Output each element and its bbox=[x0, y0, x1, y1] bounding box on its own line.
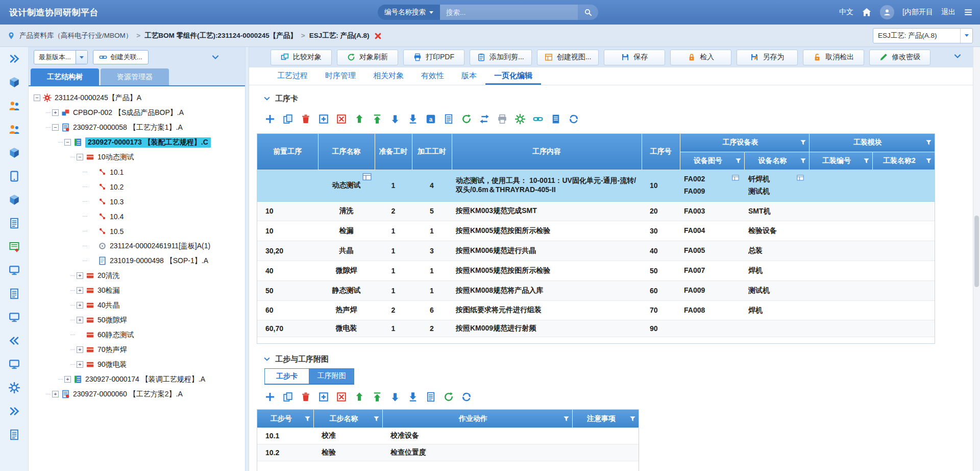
scrollbar-thumb[interactable] bbox=[974, 216, 979, 287]
move-down-icon[interactable] bbox=[390, 392, 400, 402]
tree-node[interactable]: +90微电装 bbox=[31, 357, 243, 372]
logout-button[interactable]: 退出 bbox=[941, 8, 955, 17]
tree-expander[interactable]: + bbox=[77, 317, 83, 323]
column-header[interactable]: 设备图号 bbox=[680, 152, 744, 170]
column-group-header[interactable]: 工序设备表 bbox=[680, 134, 809, 152]
process-table-row[interactable]: 50静态测试11按照KM008规范将产品入库60FA009测试机 bbox=[257, 280, 935, 300]
cancel-icon[interactable] bbox=[336, 114, 347, 124]
filter-icon[interactable] bbox=[373, 415, 380, 422]
chevron-down-icon[interactable] bbox=[953, 52, 962, 60]
filter-icon[interactable] bbox=[629, 415, 636, 422]
tree-node[interactable]: +CPBOP-002 【S成品产品BOP】.A bbox=[31, 105, 243, 120]
create-view-button[interactable]: 创建视图... bbox=[537, 50, 599, 65]
tab-process-flow[interactable]: 工艺过程 bbox=[268, 68, 316, 85]
filter-icon[interactable] bbox=[304, 415, 311, 422]
column-header[interactable]: 设备名称 bbox=[744, 152, 809, 170]
tree-node[interactable]: 10.4 bbox=[31, 209, 243, 224]
insert-icon[interactable] bbox=[318, 392, 329, 402]
move-up-icon[interactable] bbox=[354, 114, 364, 124]
process-table-row[interactable]: 40微隙焊11按照KM005规范按图所示检验50FA007焊机 bbox=[257, 261, 935, 280]
tab-resource-manager[interactable]: 资源管理器 bbox=[101, 68, 169, 85]
monitor-icon[interactable] bbox=[9, 359, 20, 370]
column-header[interactable]: 前置工序 bbox=[257, 134, 318, 170]
move-down-icon[interactable] bbox=[390, 114, 400, 124]
breadcrumb-item[interactable]: 工艺BOM 零组件(工艺):231124-0000245【产品】 bbox=[144, 31, 297, 40]
column-header[interactable]: 工序内容 bbox=[452, 134, 642, 170]
filter-icon[interactable] bbox=[863, 157, 870, 164]
cancel-checkout-button[interactable]: 取消检出 bbox=[803, 50, 864, 65]
close-icon[interactable] bbox=[374, 32, 381, 39]
tree-expander[interactable]: + bbox=[77, 302, 83, 309]
tree-node[interactable]: −230927-0000058 【工艺方案1】.A bbox=[31, 120, 243, 135]
move-top-icon[interactable] bbox=[372, 114, 382, 124]
tree-expander[interactable]: − bbox=[52, 124, 59, 131]
process-table-row[interactable]: 动态测试14动态测试，使用工具： 10-0011：UV固化单元-通用-流转/双头… bbox=[257, 170, 935, 201]
filter-icon[interactable] bbox=[925, 157, 932, 164]
swap-icon[interactable] bbox=[479, 114, 489, 124]
tab-process-structure-tree[interactable]: 工艺结构树 bbox=[31, 68, 99, 85]
page-scrollbar[interactable] bbox=[973, 47, 980, 471]
column-header[interactable]: 工装编号 bbox=[809, 152, 872, 170]
link-icon[interactable] bbox=[533, 114, 543, 124]
print-pdf-button[interactable]: 打印PDF bbox=[403, 50, 464, 65]
gear-green-icon[interactable] bbox=[515, 114, 525, 124]
column-header[interactable]: 工序号 bbox=[642, 134, 680, 170]
cancel-icon[interactable] bbox=[336, 392, 347, 402]
step-table-row[interactable]: 10.1校准校准设备 bbox=[257, 428, 639, 444]
chevron-down-icon[interactable] bbox=[211, 53, 219, 61]
copy-icon[interactable] bbox=[283, 114, 293, 124]
tree-node[interactable]: 10.2 bbox=[31, 179, 243, 194]
delete-icon[interactable] bbox=[301, 114, 311, 124]
tab-operation-attachment[interactable]: 工序附图 bbox=[309, 368, 354, 384]
tree-expander[interactable]: + bbox=[64, 376, 71, 383]
tree-expander[interactable]: + bbox=[77, 361, 83, 368]
tab-one-page-edit[interactable]: 一页化编辑 bbox=[485, 68, 541, 85]
column-header[interactable]: 注意事项 bbox=[572, 410, 639, 428]
board-icon[interactable] bbox=[9, 241, 20, 252]
chevrons-left-icon[interactable] bbox=[9, 335, 20, 346]
add-to-clipboard-button[interactable]: 添加到剪... bbox=[470, 50, 532, 65]
process-table-row[interactable]: 30,20共晶13按照KM006规范进行共晶40FA005总装 bbox=[257, 241, 935, 261]
compare-objects-button[interactable]: 比较对象 bbox=[271, 50, 332, 65]
chevrons-right-icon[interactable] bbox=[9, 53, 20, 64]
refresh-icon[interactable] bbox=[461, 114, 472, 124]
context-selector[interactable]: ESJ工艺: 产品(A.8) bbox=[873, 28, 973, 43]
tree-node[interactable]: 231124-00002461911[盖板]A(1) bbox=[31, 239, 243, 253]
move-bottom-icon[interactable] bbox=[408, 114, 418, 124]
search-input[interactable] bbox=[440, 5, 578, 20]
copy-icon[interactable] bbox=[283, 392, 293, 402]
breadcrumb-item[interactable]: ESJ工艺: 产品(A.8) bbox=[309, 31, 370, 40]
tree-expander[interactable]: − bbox=[64, 139, 71, 146]
doc-icon[interactable] bbox=[444, 114, 454, 124]
home-icon[interactable] bbox=[862, 7, 872, 17]
doc-fill-icon[interactable] bbox=[551, 114, 561, 124]
tree-node[interactable]: +50微隙焊 bbox=[31, 313, 243, 327]
search-category-dropdown[interactable]: 编号名称搜索 bbox=[378, 5, 440, 20]
process-table-row[interactable]: 60,70微电装12按照KM009规范进行射频90 bbox=[257, 320, 935, 337]
doc-icon[interactable] bbox=[426, 392, 436, 402]
user-avatar[interactable] bbox=[880, 5, 894, 19]
column-header[interactable]: 工步名称 bbox=[313, 410, 382, 428]
column-header[interactable]: 工装名称2 bbox=[872, 152, 935, 170]
sync-icon[interactable] bbox=[569, 114, 579, 124]
tree-expander[interactable]: + bbox=[52, 391, 59, 397]
tab-timing-management[interactable]: 时序管理 bbox=[316, 68, 364, 85]
tree-expander[interactable]: + bbox=[77, 346, 83, 353]
insert-icon[interactable] bbox=[318, 114, 329, 124]
doc-icon[interactable] bbox=[9, 218, 20, 229]
tree-node[interactable]: 10.3 bbox=[31, 194, 243, 209]
add-icon[interactable] bbox=[265, 392, 275, 402]
filter-icon[interactable] bbox=[563, 415, 570, 422]
search-button[interactable] bbox=[578, 5, 598, 20]
language-switch[interactable]: 中文 bbox=[839, 8, 853, 17]
save-button[interactable]: 保存 bbox=[604, 50, 665, 65]
column-header[interactable]: 工步号 bbox=[257, 410, 313, 428]
filter-icon[interactable] bbox=[800, 139, 806, 146]
monitor-icon[interactable] bbox=[9, 312, 20, 323]
save-as-button[interactable]: 另存为 bbox=[737, 50, 798, 65]
tree-node[interactable]: 10.5 bbox=[31, 224, 243, 239]
modify-security-button[interactable]: 修改密级 bbox=[869, 50, 930, 65]
tab-validity[interactable]: 有效性 bbox=[412, 68, 453, 85]
column-header[interactable]: 工序名称 bbox=[318, 134, 375, 170]
process-table-row[interactable]: 60热声焊26按图纸要求将元件进行组装70FA008焊机 bbox=[257, 300, 935, 320]
